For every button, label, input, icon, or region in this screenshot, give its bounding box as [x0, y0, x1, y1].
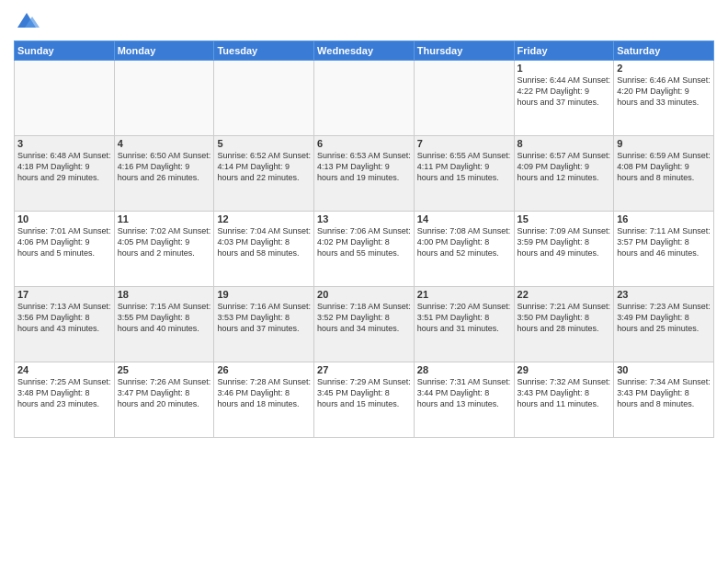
- calendar-cell: 1Sunrise: 6:44 AM Sunset: 4:22 PM Daylig…: [514, 61, 614, 136]
- day-number: 23: [617, 289, 711, 300]
- calendar-cell: 11Sunrise: 7:02 AM Sunset: 4:05 PM Dayli…: [114, 212, 214, 287]
- day-number: 6: [317, 138, 411, 149]
- day-number: 12: [217, 213, 311, 224]
- calendar-cell: 20Sunrise: 7:18 AM Sunset: 3:52 PM Dayli…: [314, 287, 415, 362]
- day-info: Sunrise: 7:25 AM Sunset: 3:48 PM Dayligh…: [17, 376, 111, 409]
- day-info: Sunrise: 7:09 AM Sunset: 3:59 PM Dayligh…: [518, 225, 611, 259]
- day-info: Sunrise: 7:26 AM Sunset: 3:47 PM Dayligh…: [118, 376, 211, 409]
- day-number: 17: [17, 289, 111, 300]
- day-number: 2: [617, 63, 711, 74]
- day-number: 9: [617, 138, 711, 149]
- day-info: Sunrise: 6:57 AM Sunset: 4:09 PM Dayligh…: [518, 150, 611, 183]
- calendar-cell: 4Sunrise: 6:50 AM Sunset: 4:16 PM Daylig…: [114, 136, 214, 212]
- day-info: Sunrise: 6:55 AM Sunset: 4:11 PM Dayligh…: [417, 150, 511, 183]
- calendar-cell: 12Sunrise: 7:04 AM Sunset: 4:03 PM Dayli…: [214, 212, 314, 287]
- day-info: Sunrise: 7:16 AM Sunset: 3:53 PM Dayligh…: [217, 301, 311, 334]
- calendar-cell: 28Sunrise: 7:31 AM Sunset: 3:44 PM Dayli…: [414, 362, 514, 438]
- calendar-cell: 9Sunrise: 6:59 AM Sunset: 4:08 PM Daylig…: [614, 136, 714, 212]
- calendar-week-row: 3Sunrise: 6:48 AM Sunset: 4:18 PM Daylig…: [15, 136, 714, 212]
- calendar-cell: 14Sunrise: 7:08 AM Sunset: 4:00 PM Dayli…: [414, 212, 514, 287]
- day-info: Sunrise: 6:53 AM Sunset: 4:13 PM Dayligh…: [317, 150, 411, 183]
- weekday-header: Monday: [114, 41, 214, 61]
- calendar-cell: 30Sunrise: 7:34 AM Sunset: 3:43 PM Dayli…: [614, 362, 714, 438]
- day-number: 19: [217, 289, 311, 300]
- calendar-cell: 18Sunrise: 7:15 AM Sunset: 3:55 PM Dayli…: [114, 287, 214, 362]
- calendar-week-row: 17Sunrise: 7:13 AM Sunset: 3:56 PM Dayli…: [15, 287, 714, 362]
- day-info: Sunrise: 7:23 AM Sunset: 3:49 PM Dayligh…: [617, 301, 711, 334]
- calendar-cell: 29Sunrise: 7:32 AM Sunset: 3:43 PM Dayli…: [514, 362, 614, 438]
- calendar-cell: 21Sunrise: 7:20 AM Sunset: 3:51 PM Dayli…: [414, 287, 514, 362]
- header: [14, 9, 714, 35]
- day-info: Sunrise: 6:59 AM Sunset: 4:08 PM Dayligh…: [617, 150, 711, 183]
- weekday-header: Saturday: [614, 41, 714, 61]
- day-number: 16: [617, 213, 711, 224]
- day-number: 27: [317, 364, 411, 375]
- day-number: 22: [518, 289, 611, 300]
- day-info: Sunrise: 7:29 AM Sunset: 3:45 PM Dayligh…: [317, 376, 411, 409]
- calendar-cell: 22Sunrise: 7:21 AM Sunset: 3:50 PM Dayli…: [514, 287, 614, 362]
- weekday-header: Thursday: [414, 41, 514, 61]
- calendar-cell: 5Sunrise: 6:52 AM Sunset: 4:14 PM Daylig…: [214, 136, 314, 212]
- calendar-cell: 8Sunrise: 6:57 AM Sunset: 4:09 PM Daylig…: [514, 136, 614, 212]
- day-number: 20: [317, 289, 411, 300]
- day-info: Sunrise: 6:52 AM Sunset: 4:14 PM Dayligh…: [217, 150, 311, 183]
- calendar-cell: 17Sunrise: 7:13 AM Sunset: 3:56 PM Dayli…: [15, 287, 115, 362]
- calendar-week-row: 24Sunrise: 7:25 AM Sunset: 3:48 PM Dayli…: [15, 362, 714, 438]
- day-info: Sunrise: 7:21 AM Sunset: 3:50 PM Dayligh…: [518, 301, 611, 334]
- calendar-cell: 25Sunrise: 7:26 AM Sunset: 3:47 PM Dayli…: [114, 362, 214, 438]
- day-number: 4: [118, 138, 211, 149]
- day-number: 28: [417, 364, 511, 375]
- day-number: 21: [417, 289, 511, 300]
- day-info: Sunrise: 7:08 AM Sunset: 4:00 PM Dayligh…: [417, 225, 511, 259]
- day-info: Sunrise: 7:01 AM Sunset: 4:06 PM Dayligh…: [17, 225, 111, 259]
- weekday-header: Wednesday: [314, 41, 415, 61]
- day-info: Sunrise: 7:31 AM Sunset: 3:44 PM Dayligh…: [417, 376, 511, 409]
- calendar-cell: 23Sunrise: 7:23 AM Sunset: 3:49 PM Dayli…: [614, 287, 714, 362]
- weekday-header-row: SundayMondayTuesdayWednesdayThursdayFrid…: [15, 41, 714, 61]
- day-info: Sunrise: 7:02 AM Sunset: 4:05 PM Dayligh…: [118, 225, 211, 259]
- calendar-cell: [314, 61, 415, 136]
- day-number: 29: [518, 364, 611, 375]
- day-info: Sunrise: 7:15 AM Sunset: 3:55 PM Dayligh…: [118, 301, 211, 334]
- day-number: 24: [17, 364, 111, 375]
- calendar-cell: [414, 61, 514, 136]
- day-number: 30: [617, 364, 711, 375]
- day-info: Sunrise: 7:32 AM Sunset: 3:43 PM Dayligh…: [518, 376, 611, 409]
- weekday-header: Tuesday: [214, 41, 314, 61]
- calendar-cell: 6Sunrise: 6:53 AM Sunset: 4:13 PM Daylig…: [314, 136, 415, 212]
- calendar-table: SundayMondayTuesdayWednesdayThursdayFrid…: [14, 40, 714, 438]
- day-info: Sunrise: 7:34 AM Sunset: 3:43 PM Dayligh…: [617, 376, 711, 409]
- day-number: 5: [217, 138, 311, 149]
- calendar-cell: [114, 61, 214, 136]
- weekday-header: Friday: [514, 41, 614, 61]
- day-info: Sunrise: 7:06 AM Sunset: 4:02 PM Dayligh…: [317, 225, 411, 259]
- calendar-cell: 27Sunrise: 7:29 AM Sunset: 3:45 PM Dayli…: [314, 362, 415, 438]
- calendar-container: SundayMondayTuesdayWednesdayThursdayFrid…: [0, 0, 728, 563]
- day-number: 25: [118, 364, 211, 375]
- day-info: Sunrise: 7:04 AM Sunset: 4:03 PM Dayligh…: [217, 225, 311, 259]
- weekday-header: Sunday: [15, 41, 115, 61]
- calendar-cell: 3Sunrise: 6:48 AM Sunset: 4:18 PM Daylig…: [15, 136, 115, 212]
- day-number: 13: [317, 213, 411, 224]
- calendar-cell: [15, 61, 115, 136]
- day-info: Sunrise: 6:44 AM Sunset: 4:22 PM Dayligh…: [518, 75, 611, 108]
- day-number: 15: [518, 213, 611, 224]
- day-info: Sunrise: 6:46 AM Sunset: 4:20 PM Dayligh…: [617, 75, 711, 108]
- calendar-cell: 16Sunrise: 7:11 AM Sunset: 3:57 PM Dayli…: [614, 212, 714, 287]
- day-info: Sunrise: 7:13 AM Sunset: 3:56 PM Dayligh…: [17, 301, 111, 334]
- calendar-cell: 19Sunrise: 7:16 AM Sunset: 3:53 PM Dayli…: [214, 287, 314, 362]
- day-info: Sunrise: 7:18 AM Sunset: 3:52 PM Dayligh…: [317, 301, 411, 334]
- calendar-cell: 15Sunrise: 7:09 AM Sunset: 3:59 PM Dayli…: [514, 212, 614, 287]
- day-number: 14: [417, 213, 511, 224]
- day-info: Sunrise: 6:48 AM Sunset: 4:18 PM Dayligh…: [17, 150, 111, 183]
- day-number: 26: [217, 364, 311, 375]
- calendar-week-row: 1Sunrise: 6:44 AM Sunset: 4:22 PM Daylig…: [15, 61, 714, 136]
- day-number: 7: [417, 138, 511, 149]
- day-info: Sunrise: 7:11 AM Sunset: 3:57 PM Dayligh…: [617, 225, 711, 259]
- calendar-cell: 26Sunrise: 7:28 AM Sunset: 3:46 PM Dayli…: [214, 362, 314, 438]
- day-number: 18: [118, 289, 211, 300]
- calendar-cell: 10Sunrise: 7:01 AM Sunset: 4:06 PM Dayli…: [15, 212, 115, 287]
- day-number: 3: [17, 138, 111, 149]
- day-number: 1: [518, 63, 611, 74]
- day-number: 8: [518, 138, 611, 149]
